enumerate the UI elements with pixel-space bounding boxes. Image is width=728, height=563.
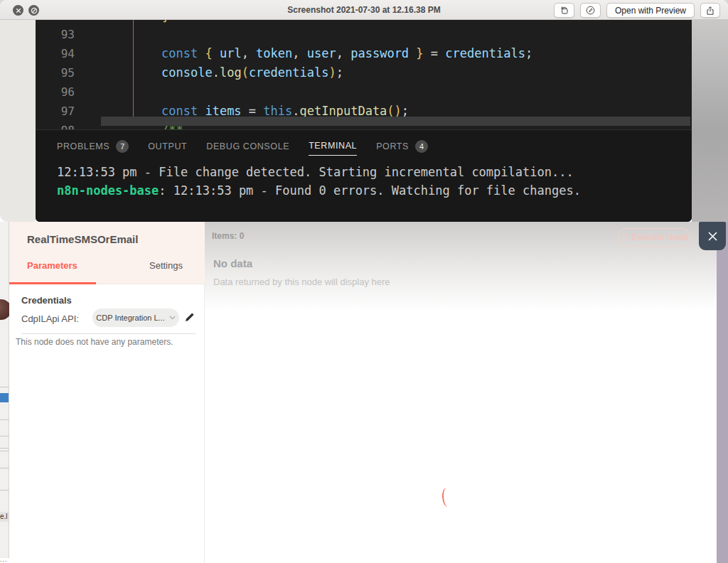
- background-list-sliver: e.l: [0, 222, 9, 558]
- code-line[interactable]: 94const { url, token, user, password } =…: [36, 44, 692, 63]
- execute-node-button[interactable]: Execute Node: [617, 228, 691, 247]
- code-text: console.log(credentials);: [161, 63, 343, 82]
- panel-tab-label: PROBLEMS: [57, 141, 109, 151]
- spinner-icon: [620, 234, 627, 241]
- pencil-icon: [183, 311, 196, 323]
- code-text: const { url, token, user, password } = c…: [161, 44, 532, 63]
- line-number: 96: [36, 82, 75, 102]
- tab-settings[interactable]: Settings: [149, 260, 183, 271]
- background-canvas-strip: [717, 222, 728, 563]
- code-line[interactable]: 93: [36, 25, 692, 44]
- terminal-line: 12:13:53 pm - File change detected. Star…: [57, 163, 581, 181]
- close-icon: [707, 231, 718, 242]
- rotate-icon: [560, 5, 569, 16]
- active-tab-underline: [9, 282, 96, 284]
- panel-tabs: PROBLEMS7OUTPUTDEBUG CONSOLETERMINALPORT…: [57, 136, 428, 156]
- vscode-bottom-panel: PROBLEMS7OUTPUTDEBUG CONSOLETERMINALPORT…: [36, 129, 692, 222]
- line-number: 95: [36, 63, 75, 82]
- chevron-down-icon: [169, 316, 176, 320]
- terminal-line: n8n-nodes-base: 12:13:53 pm - Found 0 er…: [57, 181, 581, 200]
- panel-tab-label: DEBUG CONSOLE: [206, 141, 289, 151]
- edit-credential-button[interactable]: [183, 311, 196, 323]
- horizontal-scrollbar[interactable]: [101, 117, 690, 126]
- tab-badge: 4: [415, 140, 428, 153]
- items-count: Items: 0: [212, 231, 244, 241]
- n8n-node-detail-view: e.l ... RealTimeSMSOrEmail Parameters Se…: [0, 222, 728, 563]
- preview-right-margin: [692, 20, 728, 222]
- preview-left-margin: [0, 20, 36, 222]
- background-artifact: ...: [0, 556, 8, 563]
- node-output-panel: Items: 0 Execute Node No data Data retur…: [205, 222, 717, 563]
- line-number: 98: [36, 121, 75, 129]
- terminal-output[interactable]: 12:13:53 pm - File change detected. Star…: [57, 163, 581, 200]
- clipped-code-token: }: [162, 20, 169, 23]
- close-panel-button[interactable]: [699, 222, 726, 250]
- vscode-window: } 9394const { url, token, user, password…: [36, 20, 692, 222]
- credential-select[interactable]: CDP Integration L...: [92, 309, 179, 327]
- tab-badge: 7: [116, 140, 129, 153]
- panel-tab-label: PORTS: [376, 141, 409, 151]
- markup-button[interactable]: [580, 3, 601, 18]
- panel-tab-problems[interactable]: PROBLEMS7: [57, 136, 129, 156]
- panel-tab-debug-console[interactable]: DEBUG CONSOLE: [206, 136, 289, 156]
- credential-select-value: CDP Integration L...: [96, 313, 164, 322]
- node-panel-header: RealTimeSMSOrEmail Parameters Settings: [9, 222, 205, 284]
- panel-tab-label: OUTPUT: [148, 141, 187, 151]
- credential-type-label: CdpILApi API:: [21, 313, 79, 324]
- no-parameters-note: This node does not have any parameters.: [16, 337, 173, 347]
- node-title: RealTimeSMSOrEmail: [27, 233, 138, 245]
- background-list-item: e.l: [0, 512, 9, 522]
- open-with-preview-button[interactable]: Open with Preview: [606, 3, 695, 18]
- panel-tab-label: TERMINAL: [309, 141, 357, 151]
- panel-tab-terminal[interactable]: TERMINAL: [309, 136, 357, 156]
- panel-tab-ports[interactable]: PORTS4: [376, 136, 428, 156]
- terminal-cursor-row: [57, 198, 129, 222]
- no-data-title: No data: [213, 257, 252, 269]
- code-editor[interactable]: } 9394const { url, token, user, password…: [36, 20, 692, 129]
- divider: [21, 333, 196, 334]
- quicklook-window: Screenshot 2021-07-30 at 12.16.38 PM Ope…: [0, 0, 728, 563]
- preview-upper-region: } 9394const { url, token, user, password…: [0, 20, 728, 222]
- execute-node-label: Execute Node: [631, 232, 687, 242]
- code-line[interactable]: 96: [36, 82, 692, 102]
- credentials-heading: Credentials: [21, 295, 72, 306]
- code-line[interactable]: 95console.log(credentials);: [36, 63, 692, 82]
- no-data-subtitle: Data returned by this node will display …: [213, 277, 390, 287]
- canvas-connector-arc: [441, 488, 453, 508]
- line-number: 93: [36, 25, 75, 44]
- editor-lines: 9394const { url, token, user, password }…: [36, 25, 692, 129]
- share-icon: [706, 5, 714, 16]
- share-button[interactable]: [700, 3, 720, 18]
- markup-pen-icon: [586, 4, 595, 16]
- node-parameters-panel: RealTimeSMSOrEmail Parameters Settings C…: [9, 222, 205, 563]
- line-number: 94: [36, 44, 75, 63]
- tab-parameters[interactable]: Parameters: [27, 260, 77, 271]
- line-number: 97: [36, 102, 75, 121]
- background-selected-row: [0, 393, 9, 402]
- titlebar: Screenshot 2021-07-30 at 12.16.38 PM Ope…: [0, 0, 728, 20]
- panel-tab-output[interactable]: OUTPUT: [148, 136, 187, 156]
- rotate-button[interactable]: [554, 3, 574, 18]
- titlebar-actions: Open with Preview: [554, 3, 720, 18]
